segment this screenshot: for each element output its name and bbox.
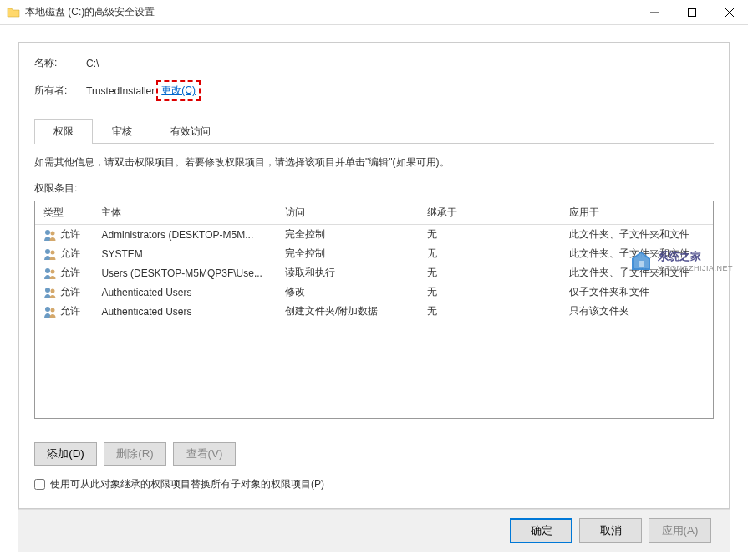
permissions-table: 类型 主体 访问 继承于 应用于 允许Administrators (DESKT… [34,201,714,419]
window-title: 本地磁盘 (C:)的高级安全设置 [25,5,635,19]
cancel-button[interactable]: 取消 [579,518,642,543]
folder-icon [7,6,20,19]
svg-point-7 [45,288,50,293]
permission-entries-label: 权限条目: [34,181,714,196]
replace-checkbox-row[interactable]: 使用可从此对象继承的权限项目替换所有子对象的权限项目(P) [34,477,714,491]
cell-principal: Administrators (DESKTOP-M5M... [93,229,277,241]
apply-button[interactable]: 应用(A) [649,518,711,543]
cell-inherit: 无 [419,304,561,318]
window-titlebar: 本地磁盘 (C:)的高级安全设置 [0,0,748,25]
table-row[interactable]: 允许Authenticated Users创建文件夹/附加数据无只有该文件夹 [35,302,713,321]
cell-access: 修改 [277,285,419,299]
name-row: 名称: C:\ [34,56,714,70]
cell-inherit: 无 [419,285,561,299]
content-area: 名称: C:\ 所有者: TrustedInstaller 更改(C) 权限 审… [0,25,748,560]
add-button[interactable]: 添加(D) [34,442,97,466]
cell-principal: SYSTEM [93,248,277,260]
svg-point-1 [45,230,50,235]
col-type-header[interactable]: 类型 [35,206,93,220]
tab-effective-access[interactable]: 有效访问 [151,119,230,144]
cell-inherit: 无 [419,227,561,242]
table-header: 类型 主体 访问 继承于 应用于 [35,201,713,225]
svg-point-2 [51,231,55,235]
col-inherit-header[interactable]: 继承于 [419,206,561,220]
owner-row: 所有者: TrustedInstaller 更改(C) [34,80,714,101]
svg-point-8 [51,288,55,293]
cell-access: 完全控制 [277,227,419,242]
cell-apply: 只有该文件夹 [561,304,713,318]
replace-checkbox[interactable] [34,479,45,490]
change-owner-link[interactable]: 更改(C) [156,80,201,101]
cell-principal: Users (DESKTOP-M5MQP3F\Use... [93,267,277,279]
svg-point-6 [51,269,55,273]
cell-principal: Authenticated Users [93,306,277,318]
remove-button[interactable]: 删除(R) [104,442,166,466]
ok-button[interactable]: 确定 [510,518,572,543]
name-label: 名称: [34,56,86,70]
col-apply-header[interactable]: 应用于 [561,206,713,220]
cell-apply: 此文件夹、子文件夹和文件 [561,247,713,261]
cell-access: 完全控制 [277,247,419,261]
table-body: 允许Administrators (DESKTOP-M5M...完全控制无此文件… [35,225,713,321]
inner-panel: 名称: C:\ 所有者: TrustedInstaller 更改(C) 权限 审… [18,42,730,509]
svg-point-5 [45,268,50,273]
cell-type: 允许 [35,247,93,261]
svg-rect-0 [688,8,695,16]
svg-point-10 [51,308,55,312]
info-text: 如需其他信息，请双击权限项目。若要修改权限项目，请选择该项目并单击"编辑"(如果… [34,155,714,170]
window-controls [635,0,748,25]
svg-point-3 [45,249,50,254]
name-value: C:\ [86,58,99,69]
minimize-button[interactable] [635,0,673,25]
cell-type: 允许 [35,227,93,242]
tab-permissions[interactable]: 权限 [34,119,93,144]
cell-inherit: 无 [419,247,561,261]
cell-principal: Authenticated Users [93,287,277,298]
view-button[interactable]: 查看(V) [173,442,236,466]
svg-point-4 [51,250,55,254]
cell-access: 读取和执行 [277,266,419,280]
cell-apply: 仅子文件夹和文件 [561,285,713,299]
cell-apply: 此文件夹、子文件夹和文件 [561,227,713,242]
table-row[interactable]: 允许Users (DESKTOP-M5MQP3F\Use...读取和执行无此文件… [35,263,713,283]
cell-type: 允许 [35,304,93,318]
maximize-button[interactable] [673,0,710,25]
cell-inherit: 无 [419,266,561,280]
owner-label: 所有者: [34,84,86,98]
table-row[interactable]: 允许SYSTEM完全控制无此文件夹、子文件夹和文件 [35,244,713,263]
tab-auditing[interactable]: 审核 [93,119,151,144]
table-row[interactable]: 允许Administrators (DESKTOP-M5M...完全控制无此文件… [35,225,713,244]
tabs-container: 权限 审核 有效访问 [34,118,714,144]
owner-value: TrustedInstaller [86,85,155,97]
cell-access: 创建文件夹/附加数据 [277,304,419,318]
replace-checkbox-label: 使用可从此对象继承的权限项目替换所有子对象的权限项目(P) [50,477,324,491]
col-access-header[interactable]: 访问 [277,206,419,220]
footer: 确定 取消 应用(A) [18,509,730,552]
action-buttons: 添加(D) 删除(R) 查看(V) [34,442,714,466]
cell-type: 允许 [35,285,93,299]
close-button[interactable] [710,0,748,25]
cell-apply: 此文件夹、子文件夹和文件 [561,266,713,280]
tab-content-permissions: 如需其他信息，请双击权限项目。若要修改权限项目，请选择该项目并单击"编辑"(如果… [34,144,714,500]
cell-type: 允许 [35,266,93,280]
table-row[interactable]: 允许Authenticated Users修改无仅子文件夹和文件 [35,283,713,302]
svg-point-9 [45,307,50,312]
col-principal-header[interactable]: 主体 [93,206,277,220]
